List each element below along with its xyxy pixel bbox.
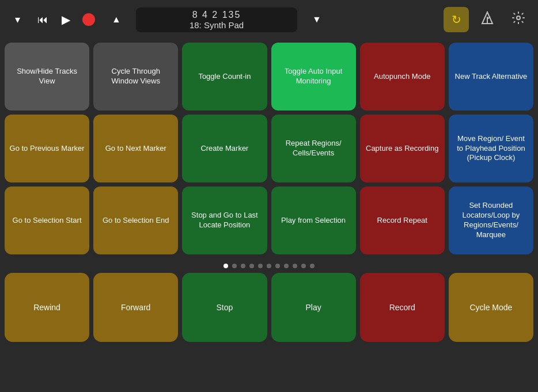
bottom-bar: RewindForwardStopPlayRecordCycle Mode <box>0 273 538 347</box>
cycle-icon: ↻ <box>452 13 461 26</box>
grid-cell-r1-c3[interactable]: Repeat Regions/ Cells/Events <box>271 115 356 182</box>
grid-cell-r2-c3[interactable]: Play from Selection <box>271 187 356 254</box>
bottom-cell-2[interactable]: Stop <box>182 273 267 342</box>
grid-cell-r0-c5[interactable]: New Track Alternative <box>449 43 533 111</box>
grid-cell-r2-c0[interactable]: Go to Selection Start <box>5 187 89 254</box>
up-arrow-btn[interactable]: ▲ <box>106 9 127 30</box>
pagination-dot-7[interactable] <box>284 264 289 268</box>
metronome-icon <box>480 11 495 29</box>
settings-icon <box>512 11 525 28</box>
bottom-cell-3[interactable]: Play <box>271 273 356 342</box>
metronome-btn[interactable] <box>475 7 500 32</box>
down-arrow-btn[interactable]: ▼ <box>306 9 327 30</box>
pagination-dot-8[interactable] <box>293 264 297 268</box>
pagination-dot-6[interactable] <box>275 264 280 268</box>
svg-point-3 <box>517 16 520 20</box>
record-btn[interactable] <box>78 9 99 30</box>
pagination-dot-3[interactable] <box>249 264 254 268</box>
transport-display: 8 4 2 135 18: Synth Pad <box>136 7 297 32</box>
grid-cell-r1-c0[interactable]: Go to Previous Marker <box>5 115 89 182</box>
rewind-to-start-btn[interactable]: ⏮ <box>32 9 53 30</box>
grid-cell-r1-c4[interactable]: Capture as Recording <box>360 115 445 182</box>
pagination-dot-0[interactable] <box>223 264 228 268</box>
pagination-dot-4[interactable] <box>258 264 263 268</box>
pagination-dot-10[interactable] <box>310 264 315 268</box>
grid-cell-r0-c1[interactable]: Cycle Through Window Views <box>93 43 178 111</box>
transport-time: 8 4 2 135 <box>192 10 241 20</box>
top-bar: ▾ ⏮ ▶ ▲ 8 4 2 135 18: Synth Pad ▼ ↻ <box>0 0 538 39</box>
pagination-dot-5[interactable] <box>267 264 271 268</box>
record-icon <box>82 13 95 26</box>
grid-cell-r2-c5[interactable]: Set Rounded Locators/Loop by Regions/Eve… <box>449 187 533 254</box>
grid-cell-r2-c1[interactable]: Go to Selection End <box>93 187 178 254</box>
grid-cell-r0-c4[interactable]: Autopunch Mode <box>360 43 445 111</box>
pagination <box>0 259 538 273</box>
grid-cell-r0-c3[interactable]: Toggle Auto Input Monitoring <box>271 43 356 111</box>
bottom-cell-4[interactable]: Record <box>360 273 445 342</box>
cycle-btn[interactable]: ↻ <box>444 7 469 32</box>
pagination-dot-9[interactable] <box>301 264 306 268</box>
grid-cell-r0-c2[interactable]: Toggle Count-in <box>182 43 267 111</box>
grid-cell-r2-c4[interactable]: Record Repeat <box>360 187 445 254</box>
pagination-dot-2[interactable] <box>241 264 245 268</box>
bottom-cell-1[interactable]: Forward <box>93 273 178 342</box>
grid-section: Show/Hide Tracks ViewCycle Through Windo… <box>0 39 538 259</box>
grid-cell-r2-c2[interactable]: Stop and Go to Last Locate Position <box>182 187 267 254</box>
dropdown-arrow-btn[interactable]: ▾ <box>7 9 28 30</box>
play-btn[interactable]: ▶ <box>55 9 76 30</box>
grid-cell-r1-c1[interactable]: Go to Next Marker <box>93 115 178 182</box>
pagination-dot-1[interactable] <box>232 264 237 268</box>
bottom-cell-5[interactable]: Cycle Mode <box>449 273 533 342</box>
grid-cell-r0-c0[interactable]: Show/Hide Tracks View <box>5 43 89 111</box>
grid-cell-r1-c5[interactable]: Move Region/ Event to Playhead Position … <box>449 115 533 182</box>
button-grid: Show/Hide Tracks ViewCycle Through Windo… <box>5 43 533 254</box>
settings-btn[interactable] <box>506 7 531 32</box>
transport-arrows: ⏮ ▶ <box>32 9 99 30</box>
transport-name: 18: Synth Pad <box>190 20 244 30</box>
bottom-cell-0[interactable]: Rewind <box>5 273 89 342</box>
top-bar-right: ↻ <box>444 7 531 32</box>
grid-cell-r1-c2[interactable]: Create Marker <box>182 115 267 182</box>
